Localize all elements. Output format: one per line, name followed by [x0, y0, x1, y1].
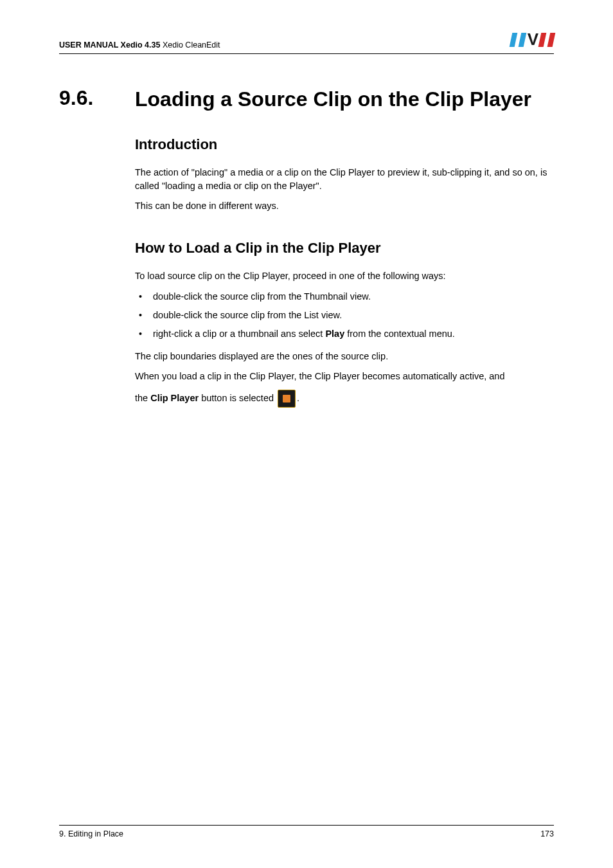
howto-lead: To load source clip on the Clip Player, …	[135, 269, 554, 283]
header-title-rest: Xedio CleanEdit	[160, 41, 220, 50]
list-item-post: from the contextual menu.	[344, 329, 455, 339]
header-title-bold: USER MANUAL Xedio 4.35	[59, 41, 160, 50]
list-item: double-click the source clip from the Th…	[135, 289, 554, 304]
content-block: Introduction The action of "placing" a m…	[135, 136, 554, 408]
after3-post: button is selected	[199, 392, 276, 402]
after3-bold: Clip Player	[150, 392, 199, 402]
header-title: USER MANUAL Xedio 4.35 Xedio CleanEdit	[59, 41, 220, 50]
section-title: Loading a Source Clip on the Clip Player	[135, 86, 531, 112]
intro-para-2: This can be done in different ways.	[135, 199, 554, 213]
howto-bullet-list: double-click the source clip from the Th…	[135, 289, 554, 342]
page-footer: 9. Editing in Place 173	[59, 825, 554, 838]
list-item-bold: Play	[325, 329, 344, 339]
logo-v-glyph: V	[528, 30, 537, 50]
after3-tail: .	[297, 392, 299, 402]
footer-left: 9. Editing in Place	[59, 829, 123, 838]
logo-bar-red-2	[547, 33, 556, 47]
list-item-pre: right-click a clip or a thumbnail ans se…	[153, 329, 325, 339]
clip-player-icon	[278, 390, 296, 408]
logo-bar-blue-2	[518, 33, 526, 47]
section-number: 9.6.	[59, 86, 111, 112]
page-header: USER MANUAL Xedio 4.35 Xedio CleanEdit V	[59, 30, 554, 54]
list-item: double-click the source clip from the Li…	[135, 308, 554, 323]
after3-pre: the	[135, 392, 150, 402]
list-item: right-click a clip or a thumbnail ans se…	[135, 327, 554, 341]
evs-logo: V	[511, 30, 554, 50]
howto-heading: How to Load a Clip in the Clip Player	[135, 240, 554, 257]
logo-bar-blue-1	[509, 33, 517, 47]
howto-after-1: The clip boundaries displayed are the on…	[135, 350, 554, 363]
howto-after-2: When you load a clip in the Clip Player,…	[135, 370, 554, 383]
logo-bar-red-1	[538, 33, 547, 47]
intro-para-1: The action of "placing" a media or a cli…	[135, 166, 554, 193]
intro-heading: Introduction	[135, 136, 554, 153]
footer-page-number: 173	[540, 829, 554, 838]
howto-after-3: the Clip Player button is selected .	[135, 390, 554, 408]
section-heading-row: 9.6. Loading a Source Clip on the Clip P…	[59, 86, 554, 112]
